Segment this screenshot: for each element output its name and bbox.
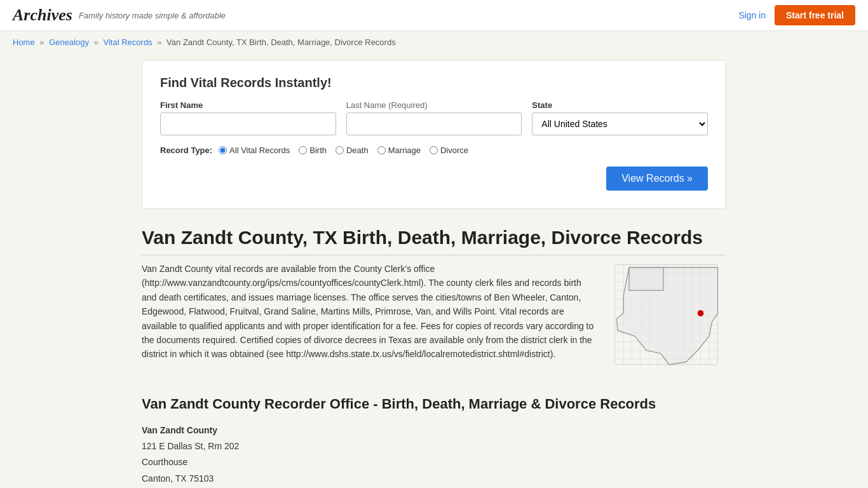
record-type-label: Record Type: <box>160 146 212 155</box>
first-name-group: First Name <box>160 100 336 135</box>
record-type-row: Record Type: All Vital Records Birth Dea… <box>160 146 708 155</box>
svg-point-24 <box>697 310 704 317</box>
radio-birth: Birth <box>299 146 327 155</box>
search-box: Find Vital Records Instantly! First Name… <box>142 60 726 209</box>
address-line2: Courthouse <box>142 454 726 470</box>
radio-death-input[interactable] <box>336 146 344 154</box>
recorder-section: Van Zandt County Recorder Office - Birth… <box>142 396 726 487</box>
office-info: Van Zandt County 121 E Dallas St, Rm 202… <box>142 423 726 487</box>
radio-marriage-label[interactable]: Marriage <box>388 146 421 155</box>
last-name-input[interactable] <box>346 112 522 135</box>
radio-death: Death <box>336 146 369 155</box>
breadcrumb-sep-3: » <box>157 37 161 47</box>
state-label: State <box>532 100 708 110</box>
content-section: Van Zandt County vital records are avail… <box>142 262 726 378</box>
texas-map <box>612 262 726 378</box>
first-name-label: First Name <box>160 100 336 110</box>
radio-divorce-label[interactable]: Divorce <box>440 146 468 155</box>
search-btn-row: View Records » <box>160 166 708 191</box>
radio-all-vital: All Vital Records <box>219 146 290 155</box>
main-content: Find Vital Records Instantly! First Name… <box>129 53 739 488</box>
header-right: Sign in Start free trial <box>738 5 855 25</box>
site-header: Archives Family history made simple & af… <box>0 0 868 31</box>
breadcrumb: Home » Genealogy » Vital Records » Van Z… <box>0 31 868 53</box>
radio-death-label[interactable]: Death <box>346 146 369 155</box>
state-select[interactable]: All United States <box>532 112 708 135</box>
radio-birth-label[interactable]: Birth <box>309 146 327 155</box>
search-heading: Find Vital Records Instantly! <box>160 76 708 90</box>
radio-divorce: Divorce <box>430 146 468 155</box>
office-name: Van Zandt County <box>142 423 726 438</box>
texas-map-svg <box>612 262 726 376</box>
breadcrumb-home[interactable]: Home <box>13 37 35 47</box>
page-description: Van Zandt County vital records are avail… <box>142 262 597 378</box>
site-tagline: Family history made simple & affordable <box>79 11 226 20</box>
svg-rect-23 <box>629 268 663 290</box>
breadcrumb-current: Van Zandt County, TX Birth, Death, Marri… <box>166 37 396 47</box>
view-records-button[interactable]: View Records » <box>606 166 708 191</box>
sign-in-link[interactable]: Sign in <box>738 10 766 20</box>
radio-marriage: Marriage <box>377 146 421 155</box>
radio-all-input[interactable] <box>219 146 227 154</box>
radio-all-label[interactable]: All Vital Records <box>229 146 290 155</box>
radio-birth-input[interactable] <box>299 146 307 154</box>
recorder-title: Van Zandt County Recorder Office - Birth… <box>142 396 726 412</box>
last-name-group: Last Name (Required) <box>346 100 522 135</box>
first-name-input[interactable] <box>160 112 336 135</box>
state-group: State All United States <box>532 100 708 135</box>
site-logo: Archives <box>13 6 72 25</box>
breadcrumb-vital-records[interactable]: Vital Records <box>104 37 153 47</box>
description-paragraph: Van Zandt County vital records are avail… <box>142 262 597 362</box>
radio-marriage-input[interactable] <box>377 146 386 154</box>
start-trial-button[interactable]: Start free trial <box>775 5 855 25</box>
last-name-label: Last Name (Required) <box>346 100 522 110</box>
search-fields-row: First Name Last Name (Required) State Al… <box>160 100 708 135</box>
address-line1: 121 E Dallas St, Rm 202 <box>142 438 726 454</box>
radio-divorce-input[interactable] <box>430 146 438 154</box>
header-left: Archives Family history made simple & af… <box>13 6 226 25</box>
page-title: Van Zandt County, TX Birth, Death, Marri… <box>142 227 726 255</box>
breadcrumb-genealogy[interactable]: Genealogy <box>49 37 89 47</box>
breadcrumb-sep-2: » <box>94 37 98 47</box>
address-line3: Canton, TX 75103 <box>142 471 726 487</box>
breadcrumb-sep-1: » <box>39 37 44 47</box>
logo-text: Archives <box>13 6 72 24</box>
